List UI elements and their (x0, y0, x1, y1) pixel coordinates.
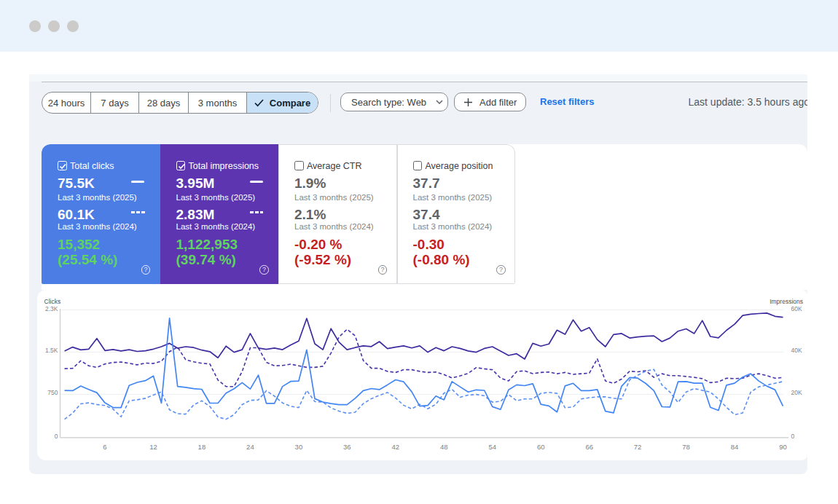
svg-text:54: 54 (488, 443, 496, 451)
svg-text:60: 60 (537, 443, 545, 451)
svg-text:90: 90 (779, 443, 787, 451)
svg-text:24: 24 (246, 443, 254, 451)
svg-text:72: 72 (634, 443, 642, 451)
svg-text:6: 6 (103, 443, 106, 451)
svg-text:66: 66 (585, 443, 593, 451)
svg-text:18: 18 (198, 443, 206, 451)
svg-text:78: 78 (682, 443, 690, 451)
svg-text:12: 12 (149, 443, 157, 451)
svg-text:36: 36 (343, 443, 351, 451)
svg-text:84: 84 (731, 443, 739, 451)
svg-text:30: 30 (295, 443, 303, 451)
svg-text:42: 42 (392, 443, 400, 451)
svg-text:48: 48 (440, 443, 448, 451)
